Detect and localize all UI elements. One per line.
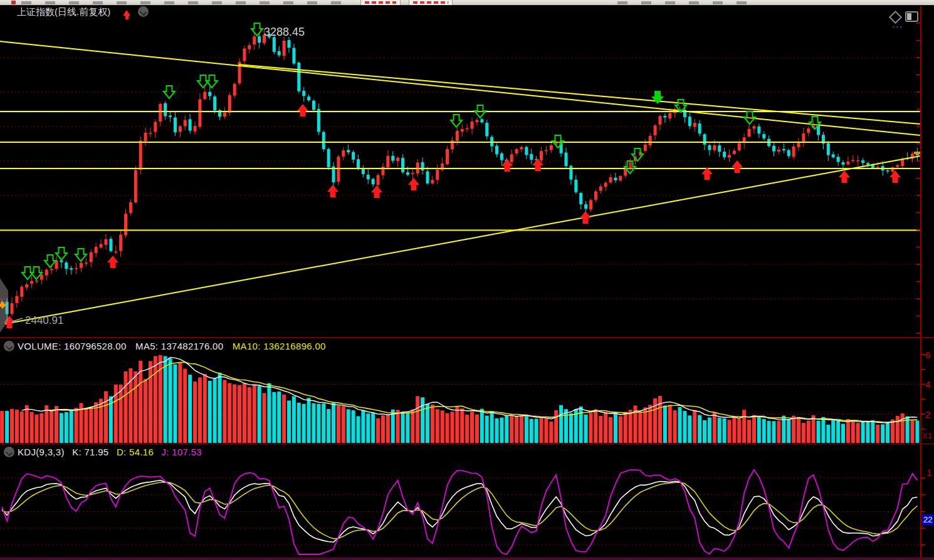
menu-button-2[interactable] — [409, 0, 453, 5]
sell-arrow-icon — [45, 255, 56, 267]
menu-app-icon — [11, 1, 16, 4]
volume-ma5-label: MA5: — [135, 341, 158, 351]
split-window-icon[interactable] — [905, 11, 918, 22]
peak-price-label: 3288.45 — [264, 26, 305, 39]
sell-arrow-icon — [164, 86, 175, 98]
volume-ma10-label: MA10: — [233, 341, 261, 351]
sell-arrow-icon — [206, 75, 218, 88]
sell-arrow-icon — [632, 148, 643, 161]
kdj-lines — [2, 470, 917, 554]
menu-bar[interactable] — [0, 0, 934, 6]
buy-arrow-icon — [408, 178, 419, 190]
volume-label: VOLUME: — [18, 341, 61, 351]
candlesticks — [1, 30, 919, 320]
sell-arrow-icon — [744, 111, 755, 124]
low-price-label: 2440.91 — [25, 314, 63, 327]
volume-header: VOLUME: 160796528.00 MA5: 137482176.00 M… — [18, 341, 326, 351]
overlay-markers — [0, 152, 920, 333]
kdj-j-label: J: — [162, 447, 169, 457]
volume-ma10-value: 136216896.00 — [263, 341, 326, 351]
sell-arrow-icon — [451, 115, 462, 127]
buy-arrow-icon — [327, 185, 338, 197]
collapse-main-chart-icon[interactable] — [138, 6, 149, 19]
volume-ma5-value: 137482176.00 — [161, 341, 224, 351]
chart-title: 上证指数(日线.前复权) — [17, 6, 110, 18]
menu-items-clipped-right[interactable] — [617, 1, 758, 4]
sell-arrow-icon — [251, 23, 263, 36]
right-axis — [916, 6, 925, 558]
signal-arrows — [4, 23, 901, 328]
collapse-volume-icon[interactable] — [4, 341, 14, 354]
gridlines — [0, 58, 920, 545]
buy-arrow-icon — [580, 211, 591, 224]
buy-arrow-icon — [297, 104, 308, 117]
collapse-kdj-icon[interactable] — [4, 447, 14, 460]
app-window: 上证指数(日线.前复权) ... 3288.45 2440.91 VOLUME:… — [0, 0, 934, 560]
volume-value: 160796528.00 — [64, 341, 127, 351]
buy-arrow-icon — [889, 170, 901, 183]
kdj-k-label: K: — [72, 447, 81, 457]
more-dots-icon[interactable]: ... — [892, 23, 904, 26]
trendlines — [0, 41, 920, 324]
kdj-k-value: 71.95 — [84, 447, 108, 457]
sell-arrow-icon — [475, 105, 486, 118]
chart-canvas[interactable] — [0, 0, 934, 560]
kdj-d-value: 54.16 — [129, 447, 154, 457]
kdj-j-value: 107.53 — [172, 447, 202, 457]
menu-button-1[interactable] — [360, 0, 401, 5]
menu-items-clipped[interactable] — [21, 1, 347, 4]
buy-arrow-icon — [107, 256, 118, 268]
buy-arrow-icon — [732, 160, 743, 173]
trend-up-icon — [123, 7, 130, 18]
kdj-label: KDJ(9,3,3) — [18, 447, 65, 457]
kdj-header: KDJ(9,3,3) K: 71.95 D: 54.16 J: 107.53 — [18, 447, 202, 457]
buy-arrow-icon — [839, 170, 850, 183]
buy-arrow-icon — [371, 185, 382, 198]
sell-arrow-icon — [56, 247, 67, 260]
volume-bars — [0, 355, 919, 443]
kdj-d-label: D: — [117, 447, 127, 457]
sell-arrow-icon — [75, 249, 87, 261]
